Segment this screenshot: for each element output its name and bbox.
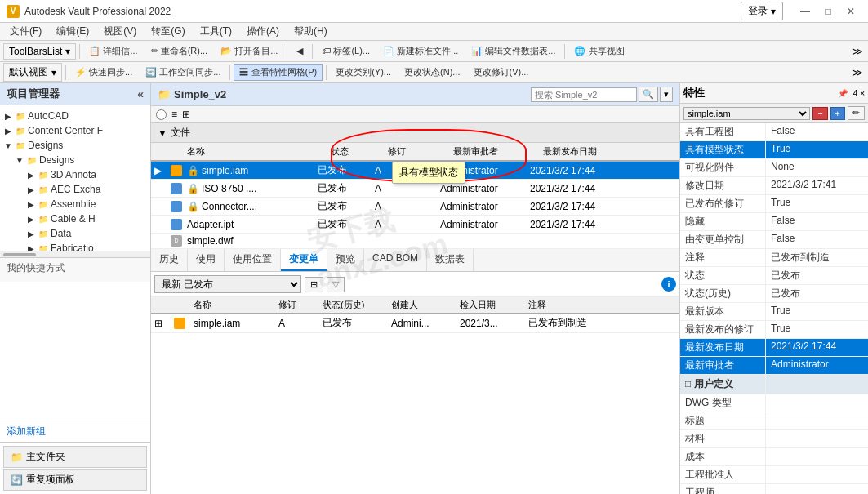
bottom-buttons: 📁 主文件夹 🔄 重复项面板 <box>0 442 150 494</box>
col-reviewer-header[interactable]: 最新审批者 <box>453 145 543 158</box>
prop-plus-btn[interactable]: + <box>830 107 845 120</box>
lower-info-btn[interactable]: i <box>661 277 676 292</box>
lower-col-creator[interactable]: 创建人 <box>391 299 456 311</box>
tab-history[interactable]: 历史 <box>151 249 188 271</box>
tree-item-assemblie[interactable]: ▶ 📁 Assemblie <box>0 197 150 211</box>
col-revision-header[interactable]: 修订 <box>388 145 421 158</box>
nav-back-btn[interactable]: ◀ <box>291 43 309 59</box>
col-status-header[interactable]: 状态 <box>331 145 388 158</box>
folder-icon-autocad: 📁 <box>15 110 26 122</box>
prop-minus-btn[interactable]: − <box>812 107 827 120</box>
search-input[interactable] <box>531 87 637 102</box>
col-name-header[interactable]: 名称 <box>187 145 318 158</box>
details-btn[interactable]: 📋 详细信... <box>83 42 143 60</box>
login-area[interactable]: 登录 ▾ <box>741 2 783 20</box>
menu-help[interactable]: 帮助(H) <box>287 23 334 40</box>
quick-sync-btn[interactable]: ⚡ 快速同步... <box>69 64 138 81</box>
file-row-connector[interactable]: 🔒 Connector.... 已发布 A Administrator 2021… <box>151 198 679 216</box>
workspace-sync-btn[interactable]: 🔄 工作空间同步... <box>140 64 226 81</box>
tree-item-3dannota[interactable]: ▶ 📁 3D Annota <box>0 167 150 182</box>
lower-col-name[interactable]: 名称 <box>194 299 275 311</box>
tree-item-aecexcha[interactable]: ▶ 📁 AEC Excha <box>0 182 150 197</box>
menu-goto[interactable]: 转至(G) <box>145 23 191 40</box>
view-grid-icon[interactable]: ⊞ <box>182 109 190 120</box>
tree-item-content[interactable]: ▶ 📁 Content Center F <box>0 123 150 138</box>
close-button[interactable]: ✕ <box>840 3 861 20</box>
menu-view[interactable]: 视图(V) <box>97 23 143 40</box>
collapse-left-panel-btn[interactable]: « <box>137 87 144 100</box>
expander-designs-l1[interactable]: ▼ <box>3 140 13 150</box>
tag-btn[interactable]: 🏷 标签(L)... <box>316 42 376 60</box>
file-row-adapter[interactable]: Adapter.ipt 已发布 A Administrator 2021/3/2… <box>151 216 679 234</box>
lower-col-status[interactable]: 状态(历史) <box>323 299 388 311</box>
toolbar-options-btn[interactable]: ≫ <box>851 44 865 59</box>
expander-designs-l2[interactable]: ▼ <box>15 155 24 165</box>
expander-cableh[interactable]: ▶ <box>26 214 36 224</box>
expander-aecexcha[interactable]: ▶ <box>26 185 36 194</box>
main-folder-btn[interactable]: 📁 主文件夹 <box>3 446 147 468</box>
tab-changelist[interactable]: 变更单 <box>281 249 327 271</box>
maximize-button[interactable]: □ <box>817 3 839 20</box>
lower-row-icon <box>174 318 190 329</box>
minimize-button[interactable]: — <box>795 3 816 20</box>
expander-content[interactable]: ▶ <box>3 126 13 136</box>
search-options-btn[interactable]: ▾ <box>660 87 673 102</box>
share-view-btn[interactable]: 🌐 共享视图 <box>568 42 630 60</box>
menu-file[interactable]: 文件(F) <box>3 23 48 40</box>
tab-cadbom[interactable]: CAD BOM <box>364 249 427 271</box>
tree-scroll-handle[interactable] <box>0 251 150 257</box>
toolbar2-options-btn[interactable]: ≫ <box>851 65 865 80</box>
section-expand-icon[interactable]: ▼ <box>158 127 167 139</box>
menu-action[interactable]: 操作(A) <box>240 23 286 40</box>
radio-view[interactable] <box>156 109 167 120</box>
view-property-grid-btn[interactable]: ☰ 查看特性网格(P) <box>234 64 323 81</box>
search-btn[interactable]: 🔍 <box>639 87 658 102</box>
expander-fabricatio[interactable]: ▶ <box>26 243 36 251</box>
view-options-icon[interactable]: ≡ <box>171 109 177 120</box>
lower-row-expand[interactable]: ⊞ <box>154 318 171 329</box>
lower-filter-btn[interactable]: ▽ <box>327 277 345 292</box>
tree-item-designs-l2[interactable]: ▼ 📁 Designs <box>0 153 150 167</box>
tree-item-cableh[interactable]: ▶ 📁 Cable & H <box>0 211 150 226</box>
tree-item-data[interactable]: ▶ 📁 Data <box>0 226 150 241</box>
properties-file-select[interactable]: simple.iam <box>683 107 810 120</box>
menu-edit[interactable]: 编辑(E) <box>50 23 96 40</box>
lower-col-date[interactable]: 检入日期 <box>460 299 525 311</box>
lower-col-revision[interactable]: 修订 <box>278 299 319 311</box>
file-row-simpledwf[interactable]: D simple.dwf <box>151 234 679 249</box>
toolbars-list-dropdown[interactable]: ToolBarsList ▾ <box>3 43 76 60</box>
change-category-btn[interactable]: 更改类别(Y)... <box>330 64 397 81</box>
prop-edit-btn[interactable]: ✏ <box>848 106 865 120</box>
edit-file-data-btn[interactable]: 📊 编辑文件数据表... <box>465 42 561 60</box>
default-view-dropdown[interactable]: 默认视图 ▾ <box>3 63 62 82</box>
tab-datatable[interactable]: 数据表 <box>427 249 474 271</box>
new-standard-btn[interactable]: 📄 新建标准文件... <box>377 42 464 60</box>
col-date-header[interactable]: 最新发布日期 <box>543 145 633 158</box>
row-expand-simple-iam[interactable]: ▶ <box>154 165 171 176</box>
expander-data[interactable]: ▶ <box>26 229 36 238</box>
tree-item-autocad[interactable]: ▶ 📁 AutoCAD <box>0 109 150 123</box>
change-revision-btn[interactable]: 更改修订(V)... <box>468 64 535 81</box>
login-dropdown-icon[interactable]: ▾ <box>771 6 776 17</box>
tab-preview[interactable]: 预览 <box>327 249 364 271</box>
tree-item-designs-l1[interactable]: ▼ 📁 Designs <box>0 138 150 153</box>
reset-panel-btn[interactable]: 🔄 重复项面板 <box>3 469 147 491</box>
expander-autocad[interactable]: ▶ <box>3 111 13 121</box>
info-icon[interactable]: i <box>661 277 676 292</box>
expander-assemblie[interactable]: ▶ <box>26 199 36 209</box>
lower-grid-btn[interactable]: ⊞ <box>305 277 323 292</box>
menu-tools[interactable]: 工具(T) <box>194 23 238 40</box>
tree-label-content: Content Center F <box>28 125 103 136</box>
tab-use[interactable]: 使用 <box>188 249 225 271</box>
rename-btn[interactable]: ✏ 重命名(R)... <box>145 42 214 60</box>
lower-row-1[interactable]: ⊞ simple.iam A 已发布 Admini... 2021/3... 已… <box>151 314 679 333</box>
prop-value-engineer <box>766 484 868 494</box>
change-status-btn[interactable]: 更改状态(N)... <box>398 64 465 81</box>
lower-col-note[interactable]: 注释 <box>528 299 610 311</box>
add-group-btn[interactable]: 添加新组 <box>0 421 150 442</box>
lower-filter-select[interactable]: 最新 已发布 全部 <box>154 275 301 293</box>
tree-item-fabricatio[interactable]: ▶ 📁 Fabricatio <box>0 241 150 251</box>
open-target-btn[interactable]: 📂 打开备目... <box>215 42 283 60</box>
expander-3dannota[interactable]: ▶ <box>26 170 36 180</box>
tab-use-location[interactable]: 使用位置 <box>225 249 281 271</box>
